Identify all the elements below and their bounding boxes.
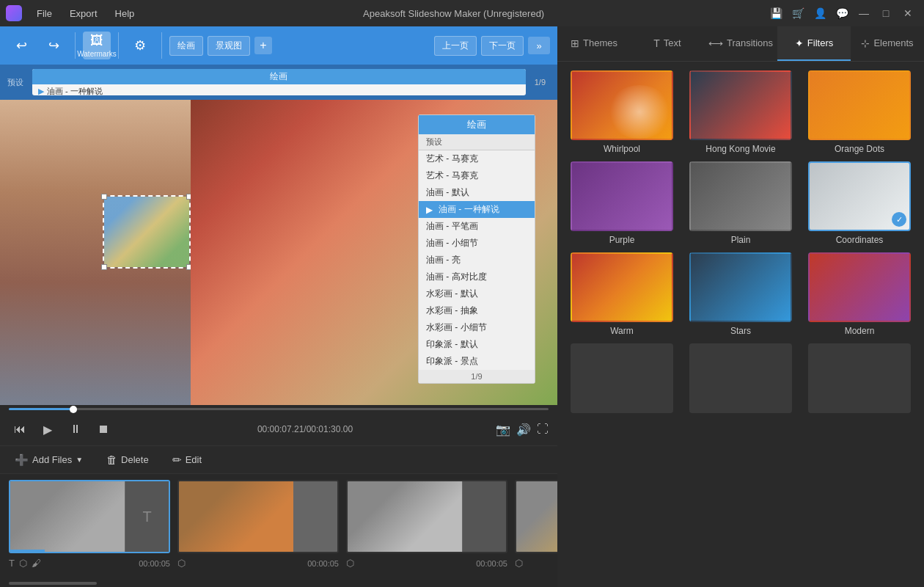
filter-item-plain[interactable]: Plain: [685, 161, 796, 245]
timeline-main-2: [179, 481, 293, 552]
stop-button[interactable]: ⏹: [92, 418, 114, 440]
settings-button[interactable]: ⚙: [126, 32, 154, 59]
filter-selected-check: ✓: [892, 212, 906, 227]
menu-help[interactable]: Help: [108, 7, 142, 21]
menu-export[interactable]: Export: [62, 7, 105, 21]
filter-item-orangedots[interactable]: Orange Dots: [804, 70, 915, 154]
filter-item-coordinates[interactable]: ✓ Coordinates: [804, 161, 915, 245]
main-container: ↩ ↪ 🖼 Watermarks ⚙ 绘画 景观图 + 上一页 下一页 »: [0, 26, 924, 587]
filter-item-p2[interactable]: [685, 343, 796, 417]
menu-file[interactable]: File: [29, 7, 59, 21]
filter-name-orangedots: Orange Dots: [835, 144, 884, 154]
screenshot-icon[interactable]: 📷: [496, 423, 510, 437]
close-button[interactable]: ✕: [898, 3, 918, 23]
popup-item-3[interactable]: 油画 - 默认: [419, 184, 535, 201]
timeline-filter-icon-4[interactable]: ⬡: [515, 558, 523, 569]
popup-item-9[interactable]: 水彩画 - 默认: [419, 285, 535, 302]
add-files-label: Add Files: [32, 454, 72, 465]
timeline-filter-icon-1[interactable]: ⬡: [19, 558, 27, 569]
filter-item-p3[interactable]: [804, 343, 915, 417]
timeline-filter-icon-2[interactable]: ⬡: [177, 558, 186, 569]
filters-grid: Whirlpool Hong Kong Movie Orange Dots Pu…: [557, 62, 924, 587]
filter-thumb-stars: [689, 252, 792, 322]
popup-item-10[interactable]: 水彩画 - 抽象: [419, 302, 535, 319]
timeline-thumb-4[interactable]: [515, 480, 557, 553]
save-icon[interactable]: 💾: [766, 3, 786, 23]
filter-thumb-p1: [571, 343, 673, 413]
filter-item-p1[interactable]: [566, 343, 678, 417]
feedback-icon[interactable]: 💬: [832, 3, 852, 23]
popup-item-8[interactable]: 油画 - 高对比度: [419, 269, 535, 285]
skip-back-button[interactable]: ⏮: [9, 418, 31, 440]
popup-item-7[interactable]: 油画 - 亮: [419, 252, 535, 269]
tab-filters[interactable]: ✦ Filters: [777, 26, 851, 61]
popup-item-4-active[interactable]: ▶油画 - 一种解说: [419, 201, 535, 218]
timeline-thumb-inner-1: T: [10, 481, 169, 552]
timeline-thumb-1[interactable]: T: [9, 480, 170, 553]
timeline-thumb-3[interactable]: [346, 480, 507, 553]
filter-name-coordinates: Coordinates: [836, 235, 884, 245]
user-icon[interactable]: 👤: [810, 3, 830, 23]
timeline-paint-icon-1[interactable]: 🖌: [32, 558, 41, 569]
timeline-thumb-2[interactable]: [177, 480, 339, 553]
seek-bar-container: [0, 405, 557, 413]
popup-item-2[interactable]: 艺术 - 马赛克: [419, 167, 535, 184]
popup-item-6[interactable]: 油画 - 小细节: [419, 235, 535, 252]
text-icon: T: [653, 37, 660, 49]
timeline-scroll-thumb[interactable]: [9, 582, 97, 585]
redo-button[interactable]: ↪: [40, 32, 67, 59]
resize-handle-tl[interactable]: [101, 194, 107, 200]
preset-active-label: 油画 - 一种解说: [47, 86, 103, 95]
resize-handle-bl[interactable]: [101, 264, 107, 270]
volume-icon[interactable]: 🔊: [516, 423, 531, 437]
left-panel: ↩ ↪ 🖼 Watermarks ⚙ 绘画 景观图 + 上一页 下一页 »: [0, 26, 557, 587]
filter-item-warm[interactable]: Warm: [566, 252, 678, 336]
tab-text[interactable]: T Text: [631, 26, 704, 61]
add-files-arrow: ▼: [76, 456, 83, 464]
seek-bar[interactable]: [9, 408, 549, 410]
minimize-button[interactable]: —: [854, 3, 874, 23]
toolbar-add-button[interactable]: +: [254, 37, 272, 54]
toolbar-tab-landscape[interactable]: 景观图: [208, 36, 250, 56]
maximize-button[interactable]: □: [876, 3, 896, 23]
filter-item-stars[interactable]: Stars: [685, 252, 796, 336]
play-button[interactable]: ▶: [37, 418, 59, 440]
filter-item-modern[interactable]: Modern: [804, 252, 915, 336]
watermarks-button[interactable]: 🖼 Watermarks: [83, 32, 111, 59]
prev-page-button[interactable]: 上一页: [434, 36, 477, 56]
titlebar: File Export Help Apeaksoft Slideshow Mak…: [0, 0, 924, 26]
toolbar-tab-draw[interactable]: 绘画: [169, 36, 203, 56]
filter-name-stars: Stars: [730, 326, 751, 336]
preset-active-row: ▶ 油画 - 一种解说: [32, 84, 526, 95]
cart-icon[interactable]: 🛒: [788, 3, 808, 23]
undo-button[interactable]: ↩: [7, 32, 35, 59]
delete-button[interactable]: 🗑 Delete: [100, 451, 155, 469]
tab-transitions[interactable]: ⟷ Transitions: [704, 26, 777, 61]
popup-item-13[interactable]: 印象派 - 景点: [419, 353, 535, 370]
popup-item-11[interactable]: 水彩画 - 小细节: [419, 319, 535, 336]
playback-icons: 📷 🔊 ⛶: [496, 423, 549, 437]
popup-item-5[interactable]: 油画 - 平笔画: [419, 218, 535, 235]
timeline-main-4: [516, 481, 557, 552]
timeline-filter-icon-3[interactable]: ⬡: [346, 558, 354, 569]
tab-text-label: Text: [664, 37, 681, 48]
timeline-text-icon-1[interactable]: T: [9, 558, 15, 569]
tab-elements[interactable]: ⊹ Elements: [851, 26, 924, 61]
edit-button[interactable]: ✏ Edit: [166, 451, 208, 470]
add-files-button[interactable]: ➕ Add Files ▼: [9, 451, 89, 470]
filter-item-purple[interactable]: Purple: [566, 161, 678, 245]
tab-themes-label: Themes: [583, 37, 617, 48]
filter-item-whirlpool[interactable]: Whirlpool: [566, 70, 678, 154]
fullscreen-icon[interactable]: ⛶: [537, 423, 549, 437]
watermarks-label: Watermarks: [77, 50, 117, 58]
tab-themes[interactable]: ⊞ Themes: [557, 26, 631, 61]
elements-icon: ⊹: [861, 37, 870, 49]
next-page-button[interactable]: 下一页: [481, 36, 524, 56]
popup-item-1[interactable]: 艺术 - 马赛克: [419, 150, 535, 167]
popup-item-12[interactable]: 印象派 - 默认: [419, 336, 535, 353]
pause-button[interactable]: ⏸: [65, 418, 87, 440]
presets-label: 预设: [7, 77, 23, 88]
filter-item-hongkong[interactable]: Hong Kong Movie: [685, 70, 796, 154]
overlay-selection-box[interactable]: [103, 195, 191, 269]
toolbar-sep3: [161, 32, 162, 59]
